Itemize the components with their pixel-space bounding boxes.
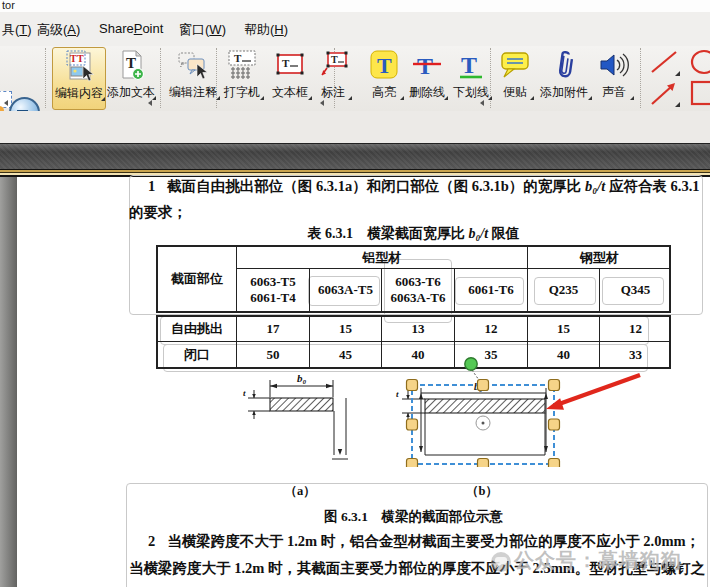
circle-icon: [688, 48, 710, 78]
svg-text:T: T: [377, 53, 392, 78]
menu-sharepoint[interactable]: SharePoint: [95, 19, 167, 43]
dropdown-arrow-icon[interactable]: [101, 97, 105, 101]
textbox-icon: T: [274, 49, 306, 81]
group-collapse-mark[interactable]: [4, 100, 8, 106]
toolbar-separator: [640, 48, 641, 108]
draw-line-button[interactable]: [646, 48, 682, 78]
sound-label: 声音: [594, 84, 634, 101]
red-arrow-annotation[interactable]: [546, 375, 640, 410]
menu-tools[interactable]: 具(T): [0, 19, 36, 43]
figure-label-b: （b）: [452, 483, 512, 500]
add-attachment-label: 添加附件: [536, 84, 592, 101]
dim-label-t-b: t: [396, 389, 399, 399]
svg-text:T: T: [77, 53, 84, 64]
edit-content-button[interactable]: T T 编辑内容: [52, 47, 106, 110]
table-cell-alloy: Q235: [528, 269, 600, 311]
toolbar: T T 编辑内容 T 添加文本: [0, 46, 710, 112]
document-area: 1截面自由挑出部位（图 6.3.1a）和闭口部位（图 6.3.1b）的宽厚比 b…: [0, 177, 710, 587]
dropdown-arrow-icon[interactable]: [308, 96, 312, 100]
dropdown-corner-mark[interactable]: [675, 102, 680, 107]
callout-label: 标注: [314, 84, 352, 101]
dropdown-arrow-icon[interactable]: [444, 96, 448, 100]
dropdown-arrow-icon[interactable]: [530, 96, 534, 100]
rotation-center-dot: [482, 422, 485, 425]
note-label: 便贴: [496, 84, 534, 101]
window-title: tor: [2, 0, 15, 11]
svg-text:T: T: [282, 57, 290, 69]
rectangle-icon: [688, 79, 710, 109]
edit-content-label: 编辑内容: [53, 85, 105, 102]
dropdown-arrow-icon[interactable]: [588, 96, 592, 100]
add-attachment-button[interactable]: 添加附件: [536, 47, 592, 108]
highlight-icon: T: [368, 49, 400, 81]
speaker-icon: [598, 49, 630, 81]
title-bar: tor: [0, 0, 710, 12]
dropdown-arrow-icon[interactable]: [260, 96, 264, 100]
section-diagram-b: [402, 388, 548, 455]
menu-help[interactable]: 帮助(H): [240, 19, 292, 43]
highlight-label: 高亮: [364, 84, 404, 101]
paperclip-icon: [548, 49, 580, 81]
table-cell-alloy: 6061-T6: [455, 269, 528, 311]
table-cell-aluminum: 铝型材: [237, 247, 528, 269]
menu-advanced[interactable]: 高级(A): [33, 19, 84, 43]
table-row-label: 自由挑出: [158, 317, 237, 342]
table-cell-steel: 钢型材: [528, 247, 671, 269]
toolbar-separator: [160, 48, 161, 108]
table-cell-section: 截面部位: [158, 247, 237, 311]
figure-canvas: b₀ t b₀ t: [228, 355, 680, 467]
add-text-icon: T: [115, 49, 147, 81]
table-cell: 13: [382, 317, 455, 342]
watermark-text: 公众号：幕墙狗狗: [514, 547, 682, 574]
table-cell: 17: [237, 317, 310, 342]
edit-comment-button[interactable]: 编辑注释: [166, 47, 220, 108]
dropdown-arrow-icon[interactable]: [152, 96, 156, 100]
pdf-editor-window: tor 具(T) 高级(A) SharePoint 窗口(W) 帮助(H): [0, 0, 710, 587]
dropdown-arrow-icon[interactable]: [348, 96, 352, 100]
table-title: 表 6.3.1 横梁截面宽厚比 b₀/t 限值: [156, 225, 671, 243]
note-icon: [499, 49, 531, 81]
draw-circle-button[interactable]: [688, 48, 710, 78]
svg-text:T: T: [234, 52, 242, 64]
dim-label-t-a: t: [243, 388, 246, 398]
svg-text:T: T: [126, 55, 136, 71]
callout-icon: T: [317, 49, 349, 81]
menu-bar: 具(T) 高级(A) SharePoint 窗口(W) 帮助(H): [0, 12, 710, 46]
table-cell: 12: [455, 317, 528, 342]
typewriter-icon: T: [226, 49, 258, 81]
dropdown-arrow-icon[interactable]: [400, 96, 404, 100]
strikeout-button[interactable]: T 删除线: [406, 47, 448, 108]
table-cell-alloy: Q345: [600, 269, 671, 311]
draw-arrow-button[interactable]: [646, 79, 682, 109]
draw-rectangle-button[interactable]: [688, 79, 710, 109]
table-header: 截面部位 铝型材 钢型材 6063-T56061-T4 6063A-T5 606…: [156, 245, 671, 313]
callout-button[interactable]: T 标注: [314, 47, 352, 108]
dropdown-arrow-icon[interactable]: [630, 96, 634, 100]
dropdown-arrow-icon[interactable]: [488, 96, 492, 100]
highlight-button[interactable]: T 高亮: [364, 47, 404, 108]
table-cell: 15: [528, 317, 600, 342]
table-cell: 12: [600, 317, 671, 342]
edit-comment-label: 编辑注释: [166, 84, 220, 101]
sound-button[interactable]: 声音: [594, 47, 634, 108]
pdf-page: 1截面自由挑出部位（图 6.3.1a）和闭口部位（图 6.3.1b）的宽厚比 b…: [17, 177, 710, 587]
rotate-handle[interactable]: [465, 358, 477, 370]
underline-icon: T: [455, 49, 487, 81]
svg-text:T: T: [331, 54, 338, 65]
strikeout-label: 删除线: [406, 84, 448, 101]
dark-frame-band: [0, 143, 710, 170]
typewriter-button[interactable]: T 打字机: [220, 47, 264, 108]
add-text-label: 添加文本: [106, 84, 156, 101]
edit-comment-icon: [177, 49, 209, 81]
note-button[interactable]: 便贴: [496, 47, 534, 108]
svg-text:T: T: [461, 52, 477, 78]
textbox-label: 文本框: [268, 84, 312, 101]
add-text-button[interactable]: T 添加文本: [106, 47, 156, 108]
paragraph-1-line-1: 1截面自由挑出部位（图 6.3.1a）和闭口部位（图 6.3.1b）的宽厚比 b…: [148, 177, 700, 196]
dropdown-corner-mark[interactable]: [675, 71, 680, 76]
menu-window[interactable]: 窗口(W): [175, 19, 230, 43]
textbox-button[interactable]: T 文本框: [268, 47, 312, 108]
typewriter-label: 打字机: [220, 84, 264, 101]
table-cell: 15: [310, 317, 382, 342]
underline-button[interactable]: T 下划线: [450, 47, 492, 108]
